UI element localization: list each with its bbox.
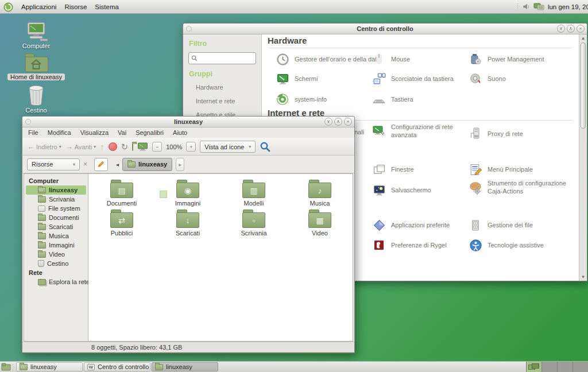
sidebar-item-linuxeasy[interactable]: linuxeasy bbox=[26, 185, 86, 195]
cc-item-sound[interactable]: Suono bbox=[469, 72, 506, 86]
workspace-3[interactable] bbox=[557, 362, 572, 372]
home-button[interactable] bbox=[132, 144, 133, 150]
scroll-down-icon[interactable]: ▼ bbox=[580, 274, 586, 280]
folder-musica[interactable]: ♪ Musica bbox=[288, 180, 352, 207]
menu-file[interactable]: File bbox=[28, 129, 38, 136]
close-button[interactable]: × bbox=[577, 25, 585, 33]
taskbar-grip[interactable] bbox=[12, 363, 14, 371]
minimize-button[interactable]: ∨ bbox=[324, 118, 332, 126]
sidebar-item-video[interactable]: Video bbox=[24, 250, 88, 259]
edit-location-button[interactable] bbox=[94, 158, 108, 171]
zoom-in-button[interactable]: + bbox=[186, 142, 196, 152]
distro-logo-icon[interactable] bbox=[3, 2, 13, 12]
clock[interactable]: lun gen 19, 20: bbox=[548, 3, 588, 10]
cc-item-kbd-shortcuts[interactable]: Scorciatoie da tastiera bbox=[372, 72, 454, 86]
sidebar-item-cestino[interactable]: Cestino bbox=[24, 259, 88, 268]
cc-group-internet[interactable]: Internet e rete bbox=[196, 98, 235, 104]
forward-dropdown-icon[interactable]: ▾ bbox=[94, 144, 96, 149]
sidebar-item-esplora-la-rete[interactable]: Esplora la rete bbox=[24, 277, 88, 286]
cc-item-displays[interactable]: Schermi bbox=[276, 72, 318, 86]
folder-documenti[interactable]: ▤ Documenti bbox=[90, 180, 154, 207]
computer-button[interactable] bbox=[137, 142, 148, 152]
path-scroll-left-icon[interactable]: ◂ bbox=[116, 161, 119, 168]
sidebar-item-file-system[interactable]: File system bbox=[24, 204, 88, 213]
minimize-button[interactable]: ∨ bbox=[557, 25, 565, 33]
cc-item-windows[interactable]: Finestre bbox=[372, 162, 414, 176]
folder-icon: ▤ bbox=[110, 180, 133, 198]
cc-item-file-management[interactable]: Gestione dei file bbox=[469, 218, 533, 232]
stop-button[interactable] bbox=[109, 142, 117, 151]
task-centro-di-controllo[interactable]: Centro di controllo bbox=[84, 362, 150, 371]
cc-item-mouse[interactable]: Mouse bbox=[372, 52, 410, 66]
desktop-icon-home[interactable]: Home di linuxeasy bbox=[9, 53, 64, 80]
back-button[interactable]: ← Indietro ▾ bbox=[27, 142, 61, 151]
cc-item-main-menu[interactable]: Menù Principale bbox=[469, 162, 533, 176]
cc-group-hardware[interactable]: Hardware bbox=[196, 84, 223, 91]
maximize-button[interactable]: ∧ bbox=[334, 118, 342, 126]
menu-aiuto[interactable]: Aiuto bbox=[173, 129, 187, 136]
cc-item-preferred-apps[interactable]: Applicazioni preferite bbox=[372, 218, 450, 232]
up-button[interactable]: ↑ bbox=[100, 142, 105, 152]
places-select[interactable]: Risorse ▾ bbox=[27, 158, 80, 170]
menu-sistema[interactable]: Sistema bbox=[95, 3, 119, 10]
cc-search-input[interactable] bbox=[199, 55, 251, 62]
cc-search-box[interactable] bbox=[188, 52, 256, 64]
desktop-icon-trash[interactable]: Cestino bbox=[9, 85, 64, 114]
task-linuxeasy-2[interactable]: linuxeasy bbox=[152, 362, 218, 371]
cc-item-caja-actions[interactable]: Strumento di configurazione Caja-Actions bbox=[469, 180, 572, 196]
workspace-2[interactable] bbox=[541, 362, 557, 372]
sidebar-item-scaricati[interactable]: Scaricati bbox=[24, 222, 88, 231]
path-scroll-right-icon[interactable]: ▸ bbox=[176, 158, 184, 171]
network-tray-icon[interactable] bbox=[533, 2, 545, 11]
menu-risorse[interactable]: Risorse bbox=[64, 3, 87, 10]
cc-item-rygel[interactable]: Preferenze di Rygel bbox=[372, 238, 447, 252]
close-button[interactable]: × bbox=[344, 118, 352, 126]
menu-segnalibri[interactable]: Segnalibri bbox=[136, 129, 164, 136]
workspace-4[interactable] bbox=[572, 362, 588, 372]
zoom-out-button[interactable]: − bbox=[152, 142, 162, 152]
maximize-button[interactable]: ∧ bbox=[567, 25, 575, 33]
cc-item-system-info[interactable]: system-info bbox=[276, 92, 327, 106]
search-button[interactable] bbox=[260, 141, 271, 153]
cc-scrollbar[interactable]: ▲ ▼ bbox=[579, 34, 587, 281]
folder-scrivania[interactable]: ▫ Scrivania bbox=[222, 210, 286, 237]
menu-vai[interactable]: Vai bbox=[118, 129, 126, 136]
sidebar-item-musica[interactable]: Musica bbox=[24, 231, 88, 241]
fm-file-area[interactable]: ▤ Documenti ◉ Immagini ▥ Modelli ♪ Music… bbox=[88, 174, 353, 341]
path-button-linuxeasy[interactable]: linuxeasy bbox=[122, 158, 172, 171]
scroll-thumb[interactable] bbox=[581, 42, 586, 129]
cc-titlebar[interactable]: Centro di controllo ∨ ∧ × bbox=[183, 24, 587, 34]
forward-button[interactable]: → Avanti ▾ bbox=[65, 142, 96, 151]
sidebar-item-documenti[interactable]: Documenti bbox=[24, 213, 88, 222]
folder-pubblici[interactable]: ⇄ Pubblici bbox=[90, 210, 154, 237]
scroll-up-icon[interactable]: ▲ bbox=[580, 36, 586, 41]
volume-icon[interactable] bbox=[522, 2, 531, 11]
file-manager-window[interactable]: linuxeasy ∨ ∧ × File Modifica Visualizza… bbox=[22, 116, 355, 354]
menu-applicazioni[interactable]: Applicazioni bbox=[21, 3, 56, 10]
cc-item-power[interactable]: Power Management bbox=[469, 52, 544, 66]
task-linuxeasy-1[interactable]: linuxeasy bbox=[16, 362, 83, 371]
menu-visualizza[interactable]: Visualizza bbox=[80, 129, 109, 136]
folder-immagini[interactable]: ◉ Immagini bbox=[156, 180, 220, 207]
menu-modifica[interactable]: Modifica bbox=[48, 129, 71, 136]
cc-item-assistive-tech[interactable]: Tecnologie assistive bbox=[469, 238, 544, 252]
view-mode-select[interactable]: Vista ad icone ▾ bbox=[200, 141, 256, 153]
cc-item-network-config[interactable]: Configurazione di rete avanzata bbox=[372, 123, 476, 140]
workspace-1[interactable] bbox=[526, 362, 541, 372]
desktop-icon-computer[interactable]: Computer bbox=[9, 22, 64, 49]
cc-item-time-date[interactable]: Gestore dell'orario e della data bbox=[276, 52, 380, 66]
close-sidebar-button[interactable]: × bbox=[83, 160, 87, 168]
fm-titlebar[interactable]: linuxeasy ∨ ∧ × bbox=[22, 117, 354, 127]
cc-item-keyboard[interactable]: Tastiera bbox=[372, 92, 413, 106]
show-desktop-button[interactable] bbox=[1, 363, 11, 371]
sidebar-item-immagini[interactable]: Immagini bbox=[24, 241, 88, 250]
tray-grip[interactable] bbox=[517, 3, 519, 11]
folder-modelli[interactable]: ▥ Modelli bbox=[222, 180, 286, 207]
cc-item-network-proxy[interactable]: Proxy di rete bbox=[469, 127, 523, 141]
sidebar-item-scrivania[interactable]: Scrivania bbox=[24, 195, 88, 204]
back-dropdown-icon[interactable]: ▾ bbox=[59, 144, 61, 149]
cc-item-screensaver[interactable]: Salvaschermo bbox=[372, 183, 431, 197]
folder-video[interactable]: ▦ Video bbox=[288, 210, 352, 237]
refresh-button[interactable]: ↻ bbox=[121, 142, 129, 152]
folder-scaricati[interactable]: ↓ Scaricati bbox=[156, 210, 220, 237]
